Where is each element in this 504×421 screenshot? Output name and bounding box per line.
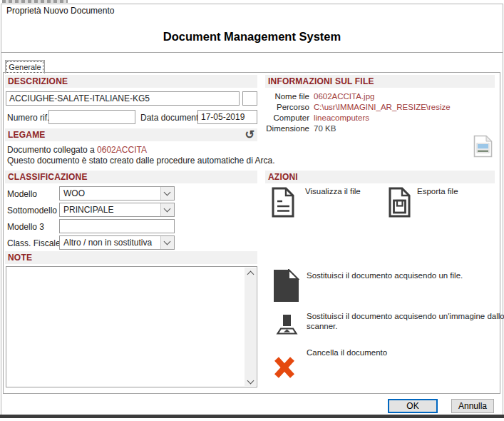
reload-link-icon[interactable]: ↺ bbox=[245, 128, 254, 141]
chevron-down-icon[interactable] bbox=[160, 236, 174, 249]
view-file-icon[interactable] bbox=[272, 187, 294, 220]
tab-generale[interactable]: Generale bbox=[5, 60, 45, 73]
computer-label: Computer bbox=[262, 113, 309, 122]
legame-header: LEGAME bbox=[5, 128, 257, 141]
page-title: Document Management System bbox=[0, 30, 504, 44]
section-classificazione: CLASSIFICAZIONE bbox=[5, 171, 257, 183]
data-documento-label: Data documento bbox=[140, 113, 203, 123]
chevron-down-icon[interactable] bbox=[160, 203, 174, 216]
background-window-fragment bbox=[2, 0, 68, 3]
linked-document-text: Documento collegato a bbox=[7, 145, 95, 155]
modello-value: WOO bbox=[60, 187, 174, 200]
class-fiscale-value: Altro / non in sostitutiva bbox=[60, 236, 174, 249]
classificazione-header: CLASSIFICAZIONE bbox=[5, 171, 257, 183]
chevron-down-icon[interactable] bbox=[160, 187, 174, 200]
dimensione-value: 70 KB bbox=[314, 124, 336, 133]
linked-document-line: Documento collegato a 0602ACCITA bbox=[7, 145, 147, 155]
window-bottom-edge bbox=[0, 415, 504, 418]
properties-dialog: Proprietà Nuovo Documento Document Manag… bbox=[0, 0, 504, 421]
dimensione-label: Dimensione bbox=[262, 124, 309, 133]
data-documento-input[interactable] bbox=[197, 110, 257, 124]
modello3-input[interactable] bbox=[59, 219, 175, 233]
section-azioni: AZIONI bbox=[265, 171, 495, 183]
auto-created-text: Questo documento è stato creato dalle pr… bbox=[7, 156, 275, 166]
section-note: NOTE bbox=[5, 251, 257, 264]
description-input[interactable] bbox=[6, 91, 240, 106]
view-file-label: Visualizza il file bbox=[305, 186, 361, 196]
delete-document-label: Cancella il documento bbox=[307, 348, 387, 357]
export-file-icon[interactable] bbox=[389, 187, 411, 220]
sottomodello-select[interactable]: PRINCIPALE bbox=[59, 203, 175, 217]
class-fiscale-label: Class. Fiscale bbox=[7, 238, 61, 248]
ok-button[interactable]: OK bbox=[388, 399, 438, 413]
replace-with-scanner-label: Sostituisci il documento acquisendo un'i… bbox=[307, 311, 504, 331]
numero-rif-label: Numero rif. bbox=[7, 113, 49, 123]
sottomodello-value: PRINCIPALE bbox=[60, 203, 174, 216]
informazioni-header: INFORMAZIONI SUL FILE bbox=[265, 75, 495, 88]
note-header: NOTE bbox=[5, 251, 257, 264]
sottomodello-label: Sottomodello bbox=[7, 206, 57, 215]
computer-value: lineacomputers bbox=[314, 113, 369, 122]
nome-file-value: 0602ACCITA.jpg bbox=[314, 92, 374, 101]
note-textarea[interactable] bbox=[6, 266, 257, 387]
scroll-up-icon[interactable] bbox=[245, 268, 256, 278]
scroll-down-icon[interactable] bbox=[245, 375, 256, 386]
export-file-label: Esporta file bbox=[417, 186, 458, 196]
cancel-button[interactable]: Annulla bbox=[451, 399, 494, 413]
description-browse-button[interactable] bbox=[242, 91, 257, 106]
header-divider bbox=[1, 52, 503, 53]
scanner-icon[interactable] bbox=[275, 315, 299, 338]
note-scrollbar[interactable] bbox=[245, 268, 256, 386]
linked-document-code: 0602ACCITA bbox=[97, 145, 147, 155]
percorso-value: C:\usr\IMMAGINI_AR_RESIZE\resize bbox=[314, 103, 451, 111]
section-descrizione: DESCRIZIONE bbox=[5, 75, 257, 88]
section-informazioni: INFORMAZIONI SUL FILE bbox=[265, 75, 495, 88]
dialog-title: Proprietà Nuovo Documento bbox=[6, 6, 114, 16]
descrizione-header: DESCRIZIONE bbox=[5, 75, 257, 88]
section-legame: LEGAME ↺ bbox=[5, 128, 257, 141]
numero-rif-input[interactable] bbox=[48, 110, 135, 124]
image-file-thumbnail-icon[interactable] bbox=[473, 135, 493, 160]
replace-with-file-label: Sostituisci il documento acquisendo un f… bbox=[307, 270, 504, 280]
tab-generale-label: Generale bbox=[6, 61, 44, 73]
azioni-header: AZIONI bbox=[265, 171, 495, 183]
class-fiscale-select[interactable]: Altro / non in sostitutiva bbox=[59, 235, 175, 250]
delete-document-icon[interactable] bbox=[273, 355, 296, 382]
modello-label: Modello bbox=[7, 189, 37, 199]
percorso-label: Percorso bbox=[262, 103, 309, 111]
nome-file-label: Nome file bbox=[262, 92, 309, 101]
modello-select[interactable]: WOO bbox=[59, 186, 175, 201]
modello3-label: Modello 3 bbox=[7, 222, 44, 232]
replace-with-file-icon[interactable] bbox=[273, 269, 299, 305]
